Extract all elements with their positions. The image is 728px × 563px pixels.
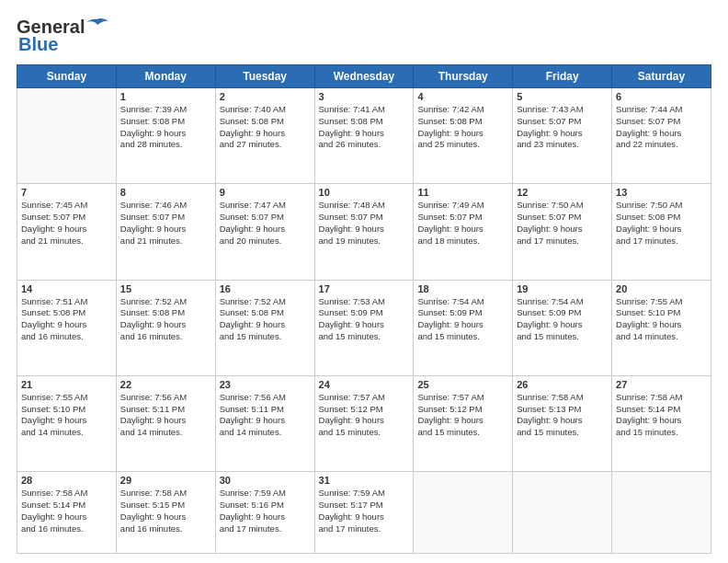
calendar-week-1: 7Sunrise: 7:45 AM Sunset: 5:07 PM Daylig… <box>17 184 711 280</box>
day-info: Sunrise: 7:44 AM Sunset: 5:07 PM Dayligh… <box>616 104 707 151</box>
day-info: Sunrise: 7:48 AM Sunset: 5:07 PM Dayligh… <box>319 200 410 247</box>
day-info: Sunrise: 7:43 AM Sunset: 5:07 PM Dayligh… <box>517 104 608 151</box>
day-info: Sunrise: 7:45 AM Sunset: 5:07 PM Dayligh… <box>21 200 112 247</box>
day-number: 16 <box>220 283 311 294</box>
weekday-header-saturday: Saturday <box>612 65 711 88</box>
day-number: 22 <box>120 379 211 390</box>
calendar-table: SundayMondayTuesdayWednesdayThursdayFrid… <box>17 64 711 554</box>
day-number: 18 <box>417 283 508 294</box>
day-number: 1 <box>120 91 211 102</box>
day-number: 20 <box>616 283 707 294</box>
day-number: 2 <box>220 91 311 102</box>
calendar-cell: 22Sunrise: 7:56 AM Sunset: 5:11 PM Dayli… <box>116 375 215 471</box>
logo: General Blue <box>17 17 108 55</box>
day-number: 21 <box>21 379 112 390</box>
logo-bird-icon <box>86 17 108 34</box>
page: General Blue SundayMondayTuesdayWednesda… <box>0 0 728 563</box>
calendar-cell: 15Sunrise: 7:52 AM Sunset: 5:08 PM Dayli… <box>116 280 215 375</box>
day-number: 13 <box>616 187 707 198</box>
weekday-header-thursday: Thursday <box>414 65 513 88</box>
calendar-cell: 28Sunrise: 7:58 AM Sunset: 5:14 PM Dayli… <box>17 472 117 554</box>
weekday-header-friday: Friday <box>513 65 612 88</box>
calendar-cell <box>17 88 117 184</box>
day-number: 6 <box>616 91 707 102</box>
day-number: 25 <box>417 379 508 390</box>
day-number: 8 <box>120 187 211 198</box>
calendar-cell: 25Sunrise: 7:57 AM Sunset: 5:12 PM Dayli… <box>414 375 513 471</box>
day-info: Sunrise: 7:52 AM Sunset: 5:08 PM Dayligh… <box>220 296 311 343</box>
day-number: 19 <box>517 283 608 294</box>
day-info: Sunrise: 7:59 AM Sunset: 5:17 PM Dayligh… <box>319 488 410 534</box>
day-info: Sunrise: 7:59 AM Sunset: 5:16 PM Dayligh… <box>220 488 311 534</box>
day-number: 28 <box>21 475 112 486</box>
day-number: 7 <box>21 187 112 198</box>
calendar-cell <box>414 472 513 554</box>
day-info: Sunrise: 7:54 AM Sunset: 5:09 PM Dayligh… <box>417 296 508 343</box>
day-number: 11 <box>417 187 508 198</box>
day-info: Sunrise: 7:55 AM Sunset: 5:10 PM Dayligh… <box>21 392 112 439</box>
calendar-cell: 18Sunrise: 7:54 AM Sunset: 5:09 PM Dayli… <box>414 280 513 375</box>
calendar-week-3: 21Sunrise: 7:55 AM Sunset: 5:10 PM Dayli… <box>17 375 711 471</box>
day-info: Sunrise: 7:52 AM Sunset: 5:08 PM Dayligh… <box>120 296 211 343</box>
day-number: 26 <box>517 379 608 390</box>
day-info: Sunrise: 7:58 AM Sunset: 5:13 PM Dayligh… <box>517 392 608 439</box>
day-info: Sunrise: 7:54 AM Sunset: 5:09 PM Dayligh… <box>517 296 608 343</box>
day-info: Sunrise: 7:57 AM Sunset: 5:12 PM Dayligh… <box>319 392 410 439</box>
calendar-cell: 1Sunrise: 7:39 AM Sunset: 5:08 PM Daylig… <box>116 88 215 184</box>
calendar-cell: 26Sunrise: 7:58 AM Sunset: 5:13 PM Dayli… <box>513 375 612 471</box>
day-info: Sunrise: 7:39 AM Sunset: 5:08 PM Dayligh… <box>120 104 211 151</box>
day-info: Sunrise: 7:57 AM Sunset: 5:12 PM Dayligh… <box>417 392 508 439</box>
day-info: Sunrise: 7:49 AM Sunset: 5:07 PM Dayligh… <box>417 200 508 247</box>
day-info: Sunrise: 7:42 AM Sunset: 5:08 PM Dayligh… <box>417 104 508 151</box>
calendar-cell: 30Sunrise: 7:59 AM Sunset: 5:16 PM Dayli… <box>215 472 314 554</box>
day-number: 17 <box>319 283 410 294</box>
day-number: 23 <box>220 379 311 390</box>
calendar-cell: 2Sunrise: 7:40 AM Sunset: 5:08 PM Daylig… <box>215 88 314 184</box>
calendar-cell: 11Sunrise: 7:49 AM Sunset: 5:07 PM Dayli… <box>414 184 513 280</box>
day-number: 4 <box>417 91 508 102</box>
calendar-cell <box>612 472 711 554</box>
calendar-cell: 27Sunrise: 7:58 AM Sunset: 5:14 PM Dayli… <box>612 375 711 471</box>
logo-blue: Blue <box>18 34 58 55</box>
day-number: 5 <box>517 91 608 102</box>
day-number: 31 <box>319 475 410 486</box>
calendar-cell: 5Sunrise: 7:43 AM Sunset: 5:07 PM Daylig… <box>513 88 612 184</box>
calendar-cell: 29Sunrise: 7:58 AM Sunset: 5:15 PM Dayli… <box>116 472 215 554</box>
calendar-cell: 31Sunrise: 7:59 AM Sunset: 5:17 PM Dayli… <box>314 472 414 554</box>
day-number: 9 <box>220 187 311 198</box>
weekday-header-wednesday: Wednesday <box>314 65 414 88</box>
day-info: Sunrise: 7:56 AM Sunset: 5:11 PM Dayligh… <box>120 392 211 439</box>
calendar-cell: 3Sunrise: 7:41 AM Sunset: 5:08 PM Daylig… <box>314 88 414 184</box>
day-number: 15 <box>120 283 211 294</box>
day-number: 10 <box>319 187 410 198</box>
day-info: Sunrise: 7:46 AM Sunset: 5:07 PM Dayligh… <box>120 200 211 247</box>
weekday-header-row: SundayMondayTuesdayWednesdayThursdayFrid… <box>17 65 711 88</box>
calendar-cell: 7Sunrise: 7:45 AM Sunset: 5:07 PM Daylig… <box>17 184 117 280</box>
day-number: 3 <box>319 91 410 102</box>
calendar-week-2: 14Sunrise: 7:51 AM Sunset: 5:08 PM Dayli… <box>17 280 711 375</box>
day-number: 30 <box>220 475 311 486</box>
day-info: Sunrise: 7:58 AM Sunset: 5:15 PM Dayligh… <box>120 488 211 534</box>
calendar-cell: 16Sunrise: 7:52 AM Sunset: 5:08 PM Dayli… <box>215 280 314 375</box>
header: General Blue <box>17 17 711 55</box>
day-number: 27 <box>616 379 707 390</box>
day-number: 29 <box>120 475 211 486</box>
calendar-cell: 14Sunrise: 7:51 AM Sunset: 5:08 PM Dayli… <box>17 280 117 375</box>
calendar-week-0: 1Sunrise: 7:39 AM Sunset: 5:08 PM Daylig… <box>17 88 711 184</box>
calendar-cell: 17Sunrise: 7:53 AM Sunset: 5:09 PM Dayli… <box>314 280 414 375</box>
day-info: Sunrise: 7:53 AM Sunset: 5:09 PM Dayligh… <box>319 296 410 343</box>
calendar-cell: 19Sunrise: 7:54 AM Sunset: 5:09 PM Dayli… <box>513 280 612 375</box>
day-info: Sunrise: 7:51 AM Sunset: 5:08 PM Dayligh… <box>21 296 112 343</box>
day-number: 12 <box>517 187 608 198</box>
day-info: Sunrise: 7:50 AM Sunset: 5:07 PM Dayligh… <box>517 200 608 247</box>
day-info: Sunrise: 7:40 AM Sunset: 5:08 PM Dayligh… <box>220 104 311 151</box>
calendar-cell: 23Sunrise: 7:56 AM Sunset: 5:11 PM Dayli… <box>215 375 314 471</box>
calendar-cell: 20Sunrise: 7:55 AM Sunset: 5:10 PM Dayli… <box>612 280 711 375</box>
calendar-cell: 8Sunrise: 7:46 AM Sunset: 5:07 PM Daylig… <box>116 184 215 280</box>
calendar-cell: 10Sunrise: 7:48 AM Sunset: 5:07 PM Dayli… <box>314 184 414 280</box>
calendar-body: 1Sunrise: 7:39 AM Sunset: 5:08 PM Daylig… <box>17 88 711 554</box>
calendar-cell: 13Sunrise: 7:50 AM Sunset: 5:08 PM Dayli… <box>612 184 711 280</box>
calendar-cell: 12Sunrise: 7:50 AM Sunset: 5:07 PM Dayli… <box>513 184 612 280</box>
calendar-week-4: 28Sunrise: 7:58 AM Sunset: 5:14 PM Dayli… <box>17 472 711 554</box>
day-info: Sunrise: 7:58 AM Sunset: 5:14 PM Dayligh… <box>616 392 707 439</box>
